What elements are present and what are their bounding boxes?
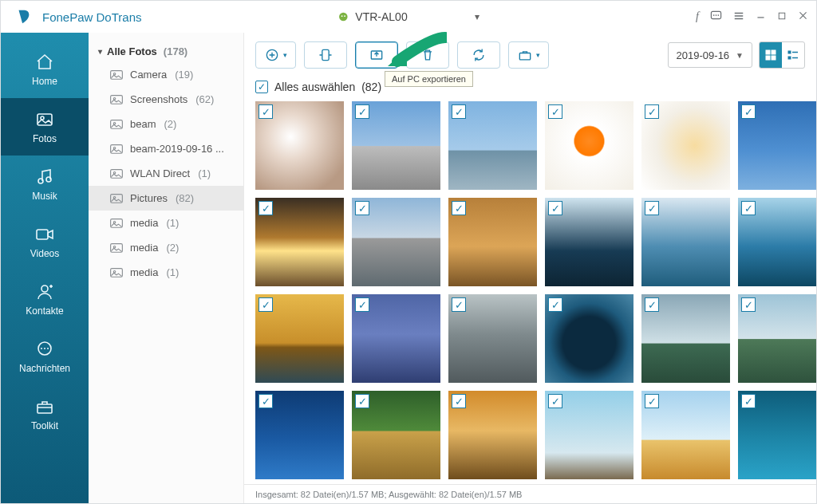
nav-nachrichten[interactable]: Nachrichten (1, 328, 89, 385)
thumb-checkbox[interactable] (741, 297, 756, 312)
tree-root-label: Alle Fotos (107, 45, 157, 57)
select-all-checkbox[interactable] (255, 81, 268, 93)
refresh-button[interactable] (457, 41, 500, 69)
photo-thumbnail[interactable] (352, 294, 440, 383)
svg-point-5 (716, 14, 717, 16)
thumb-checkbox[interactable] (548, 297, 562, 312)
nav-kontakte[interactable]: Kontakte (1, 270, 89, 328)
nav-videos[interactable]: Videos (1, 213, 89, 270)
thumb-checkbox[interactable] (548, 104, 562, 119)
photo-thumbnail[interactable] (352, 391, 440, 479)
nav-musik[interactable]: Musik (1, 156, 89, 213)
photo-thumbnail[interactable] (448, 101, 537, 190)
photo-thumbnail[interactable] (641, 391, 730, 479)
photo-thumbnail[interactable] (738, 391, 816, 479)
photo-thumbnail[interactable] (641, 294, 730, 383)
nav-home[interactable]: Home (1, 41, 89, 98)
photo-thumbnail[interactable] (352, 101, 440, 190)
thumb-checkbox[interactable] (741, 201, 756, 215)
facebook-icon[interactable]: f (696, 10, 699, 23)
thumb-checkbox[interactable] (355, 297, 369, 312)
thumb-checkbox[interactable] (452, 394, 466, 408)
to-device-button[interactable] (304, 41, 347, 69)
toolbox-button[interactable]: ▾ (508, 41, 549, 69)
thumb-checkbox[interactable] (355, 394, 369, 408)
photo-thumbnail[interactable] (255, 198, 344, 286)
thumb-checkbox[interactable] (645, 297, 659, 312)
svg-point-2 (344, 15, 345, 17)
folder-item[interactable]: beam-2019-09-16 ... (89, 136, 243, 161)
photo-thumbnail[interactable] (448, 391, 537, 479)
thumb-checkbox[interactable] (452, 297, 466, 312)
feedback-icon[interactable] (710, 10, 722, 24)
folder-count: (1) (198, 167, 211, 179)
list-view-button[interactable] (782, 42, 804, 68)
thumb-checkbox[interactable] (452, 104, 466, 119)
thumb-checkbox[interactable] (259, 201, 273, 215)
delete-button[interactable] (406, 41, 449, 69)
select-all-label: Alles auswählen (274, 81, 355, 93)
photo-thumbnail[interactable] (545, 198, 633, 286)
photo-thumbnail[interactable] (545, 101, 633, 190)
thumb-checkbox[interactable] (259, 297, 273, 312)
svg-rect-8 (37, 114, 52, 125)
folder-item[interactable]: Camera (19) (89, 62, 243, 87)
folder-item[interactable]: media (2) (89, 235, 243, 260)
thumb-checkbox[interactable] (645, 104, 659, 119)
nav-label: Home (32, 76, 57, 87)
folder-item[interactable]: Pictures (82) (89, 186, 243, 211)
folder-tree: Alle Fotos (178) Camera (19)Screenshots … (89, 33, 244, 503)
nav-fotos[interactable]: Fotos (1, 98, 89, 156)
thumb-checkbox[interactable] (259, 104, 273, 119)
photo-thumbnail[interactable] (545, 294, 633, 383)
thumb-checkbox[interactable] (259, 394, 273, 408)
grid-view-button[interactable] (760, 42, 782, 68)
thumb-checkbox[interactable] (452, 201, 466, 215)
folder-item[interactable]: WLAN Direct (1) (89, 161, 243, 186)
folder-label: media (130, 217, 158, 229)
photo-thumbnail[interactable] (448, 294, 537, 383)
photo-thumbnail[interactable] (641, 101, 730, 190)
photo-thumbnail[interactable] (738, 198, 816, 286)
photo-thumbnail[interactable] (255, 294, 344, 383)
photo-thumbnail[interactable] (545, 391, 633, 479)
thumb-checkbox[interactable] (741, 104, 756, 119)
thumb-checkbox[interactable] (548, 201, 562, 215)
photo-thumbnail[interactable] (738, 101, 816, 190)
date-filter[interactable]: 2019-09-16 ▼ (668, 42, 752, 68)
svg-rect-7 (779, 13, 785, 19)
thumb-checkbox[interactable] (645, 394, 659, 408)
nav-label: Nachrichten (19, 363, 70, 374)
date-value: 2019-09-16 (677, 49, 730, 61)
export-to-pc-button[interactable] (355, 41, 398, 69)
photo-thumbnail[interactable] (255, 391, 344, 479)
select-all-row[interactable]: Alles auswählen (82) (244, 77, 816, 98)
photo-thumbnail[interactable] (448, 198, 537, 286)
folder-item[interactable]: beam (2) (89, 112, 243, 136)
folder-item[interactable]: media (1) (89, 260, 243, 285)
status-bar: Insgesamt: 82 Datei(en)/1.57 MB; Ausgewä… (244, 484, 816, 503)
photo-thumbnail[interactable] (738, 294, 816, 383)
thumb-checkbox[interactable] (741, 394, 756, 408)
menu-icon[interactable] (733, 10, 744, 24)
maximize-button[interactable] (777, 10, 787, 23)
photo-thumbnail[interactable] (255, 101, 344, 190)
device-selector[interactable]: VTR-AL00 ▾ (337, 10, 479, 23)
thumb-checkbox[interactable] (548, 394, 562, 408)
folder-item[interactable]: Screenshots (62) (89, 87, 243, 112)
thumb-checkbox[interactable] (355, 201, 369, 215)
photo-thumbnail[interactable] (641, 198, 730, 286)
thumb-checkbox[interactable] (355, 104, 369, 119)
add-button[interactable]: ▾ (255, 41, 296, 69)
tree-root[interactable]: Alle Fotos (178) (89, 41, 243, 62)
folder-label: Camera (130, 69, 167, 81)
thumb-checkbox[interactable] (645, 201, 659, 215)
nav-toolkit[interactable]: Toolkit (1, 385, 89, 443)
folder-label: Screenshots (130, 93, 187, 105)
folder-item[interactable]: media (1) (89, 211, 243, 235)
minimize-button[interactable] (756, 10, 766, 23)
photo-thumbnail[interactable] (352, 198, 440, 286)
close-button[interactable] (798, 10, 808, 23)
nav-label: Videos (30, 248, 59, 259)
folder-label: media (130, 266, 158, 278)
